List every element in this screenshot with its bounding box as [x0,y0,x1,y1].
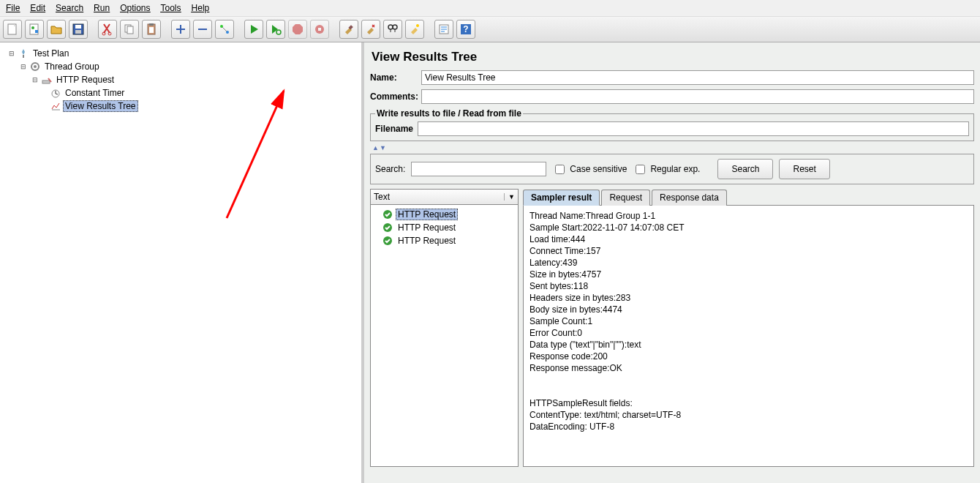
reset-button[interactable]: Reset [779,159,829,179]
tree-label: HTTP Request [54,74,116,86]
new-button[interactable] [3,20,22,39]
toolbar: ? [0,17,980,42]
svg-point-20 [388,25,393,29]
tree-constant-timer[interactable]: Constant Timer [3,86,358,100]
paste-button[interactable] [142,20,161,39]
comments-input[interactable] [421,89,974,104]
svg-rect-10 [127,26,133,34]
dropdown-value: Text [374,192,504,202]
file-group: Write results to file / Read from file F… [370,108,974,141]
search-bar: Search: Case sensitive Regular exp. Sear… [370,154,974,184]
search-label: Search: [375,164,405,174]
result-item[interactable]: HTTP Request [372,221,516,234]
result-tabs: Sampler result Request Response data [523,189,974,206]
tree-label: View Results Tree [63,100,138,112]
collapse-arrows-icon[interactable]: ▲▼ [372,144,973,151]
menu-edit[interactable]: Edit [30,3,45,13]
search-tb-button[interactable] [383,20,402,39]
search-input[interactable] [411,162,546,176]
success-icon [382,222,393,233]
reset-search-button[interactable] [405,20,424,39]
templates-button[interactable] [25,20,44,39]
tree-label: Thread Group [42,61,102,72]
function-helper-button[interactable] [434,20,453,39]
svg-point-2 [31,26,34,29]
tree-toggle-icon[interactable]: ⊟ [19,63,28,70]
svg-rect-18 [318,28,321,31]
tree-label: Constant Timer [63,87,127,99]
tree-panel: ⊟ Test Plan ⊟ Thread Group ⊟ HTTP Reques… [0,42,364,483]
svg-rect-13 [149,27,154,33]
results-tree: HTTP Request HTTP Request HTTP Request [370,205,519,467]
tree-label: Test Plan [31,48,71,59]
collapse-button[interactable] [193,20,212,39]
case-sensitive-checkbox[interactable]: Case sensitive [552,162,627,176]
svg-point-21 [393,25,397,29]
shutdown-button[interactable] [310,20,329,39]
svg-rect-6 [75,30,81,34]
filename-input[interactable] [418,121,969,136]
save-button[interactable] [69,20,88,39]
menu-tools[interactable]: Tools [161,3,181,13]
testplan-icon [18,48,29,59]
svg-rect-26 [23,55,24,58]
result-item[interactable]: HTTP Request [372,208,516,221]
tree-toggle-icon[interactable]: ⊟ [7,50,16,57]
file-group-legend: Write results to file / Read from file [375,108,523,119]
menu-bar: File Edit Search Run Options Tools Help [0,0,980,17]
tree-http-request[interactable]: ⊟ HTTP Request [3,73,358,86]
chevron-down-icon: ▼ [504,193,515,201]
tree-view-results[interactable]: View Results Tree [3,100,358,113]
help-button[interactable]: ? [456,20,475,39]
start-button[interactable] [244,20,263,39]
timer-icon [50,87,61,99]
comments-label: Comments: [370,91,421,102]
svg-point-16 [276,30,281,34]
sampler-result-body: Thread Name:Thread Group 1-1 Sample Star… [523,206,974,467]
svg-rect-12 [149,23,154,26]
start-no-pause-button[interactable] [266,20,285,39]
menu-help[interactable]: Help [192,3,210,13]
tree-test-plan[interactable]: ⊟ Test Plan [3,47,358,60]
name-label: Name: [370,72,421,83]
success-icon [382,209,393,220]
cut-button[interactable] [98,20,117,39]
menu-run[interactable]: Run [94,3,110,13]
result-item[interactable]: HTTP Request [372,234,516,247]
success-icon [382,236,393,246]
svg-point-28 [34,65,37,68]
svg-text:?: ? [463,24,468,34]
results-icon [50,100,61,112]
tab-response-data[interactable]: Response data [652,190,727,206]
filename-label: Filename [375,124,413,134]
svg-rect-29 [42,80,50,83]
tree-toggle-icon[interactable]: ⊟ [31,76,39,83]
toggle-button[interactable] [215,20,234,39]
open-button[interactable] [47,20,66,39]
stop-button[interactable] [288,20,307,39]
threadgroup-icon [29,61,41,72]
clear-button[interactable] [339,20,358,39]
httprequest-icon [41,74,53,86]
expand-button[interactable] [171,20,190,39]
menu-options[interactable]: Options [120,3,150,13]
svg-rect-5 [75,25,81,29]
name-input[interactable] [421,70,974,85]
tab-sampler-result[interactable]: Sampler result [523,190,600,206]
svg-point-22 [416,24,419,27]
tree-thread-group[interactable]: ⊟ Thread Group [3,60,358,73]
panel-title: View Results Tree [372,50,974,64]
menu-search[interactable]: Search [56,3,83,13]
menu-file[interactable]: File [6,3,20,13]
renderer-dropdown[interactable]: Text ▼ [370,189,519,205]
clear-all-button[interactable] [361,20,380,39]
svg-rect-3 [35,30,38,33]
copy-button[interactable] [120,20,139,39]
config-panel: View Results Tree Name: Comments: Write … [364,42,980,483]
tab-request[interactable]: Request [601,190,650,206]
search-button[interactable]: Search [717,159,773,179]
regex-checkbox[interactable]: Regular exp. [633,162,700,176]
